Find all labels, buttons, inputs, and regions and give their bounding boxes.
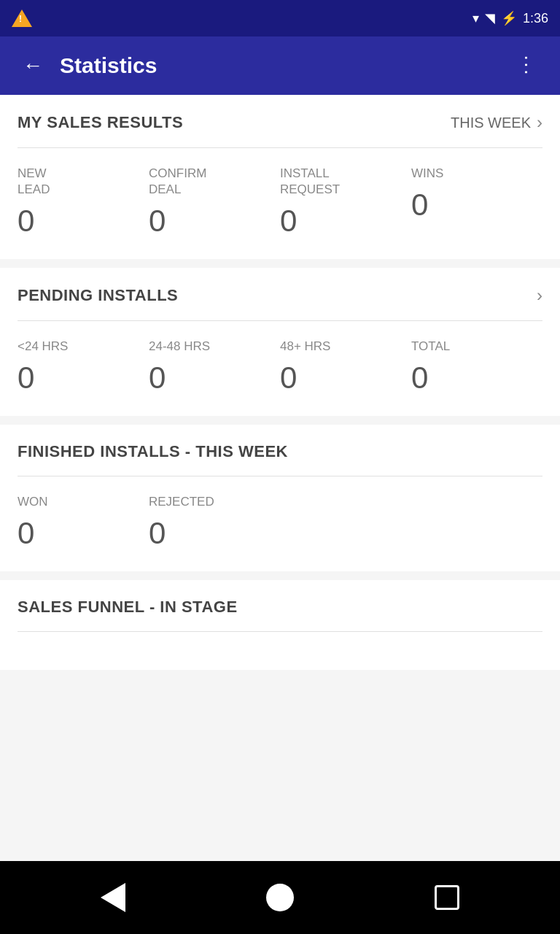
status-bar-left [12,9,32,27]
finished-installs-header: FINISHED INSTALLS - THIS WEEK [18,442,542,461]
divider [18,147,542,148]
chevron-right-icon: › [537,112,542,133]
pending-installs-header: PENDING INSTALLS › [18,285,542,306]
signal-icon: ◥ [485,10,495,26]
sales-results-header: MY SALES RESULTS THIS WEEK › [18,112,542,133]
nav-recent-icon [435,885,459,910]
nav-home-button[interactable] [262,879,298,916]
install-request-value: 0 [280,204,411,239]
nav-home-icon [266,884,294,911]
divider [18,320,542,321]
chevron-right-icon: › [537,285,542,306]
status-bar-right: ▾ ◥ ⚡ 1:36 [472,10,548,26]
sales-stats-grid: NEWLEAD 0 CONFIRMDEAL 0 INSTALLREQUEST 0… [18,166,542,239]
confirm-deal-value: 0 [149,204,280,239]
back-arrow-icon: ← [23,54,43,77]
24-48-value: 0 [149,360,280,395]
finished-stats-grid: WON 0 REJECTED 0 [18,494,542,551]
stat-lt24: <24 HRS 0 [18,339,149,395]
back-button[interactable]: ← [15,47,51,84]
stat-rejected: REJECTED 0 [149,494,280,551]
page-title: Statistics [60,53,509,78]
this-week-button[interactable]: THIS WEEK › [451,112,542,133]
stat-total: TOTAL 0 [411,339,542,395]
lt24-label: <24 HRS [18,339,149,355]
new-lead-label: NEWLEAD [18,166,149,198]
won-value: 0 [18,516,149,551]
pending-installs-button[interactable]: › [537,285,542,306]
wifi-icon: ▾ [472,10,479,26]
total-label: TOTAL [411,339,542,355]
more-options-button[interactable]: ··· [509,47,545,84]
install-request-label: INSTALLREQUEST [280,166,411,198]
new-lead-value: 0 [18,204,149,239]
app-bar: ← Statistics ··· [0,36,560,95]
sales-results-section: MY SALES RESULTS THIS WEEK › NEWLEAD 0 C… [0,95,560,259]
wins-label: WINS [411,166,542,182]
stat-won: WON 0 [18,494,149,551]
24-48-label: 24-48 HRS [149,339,280,355]
divider [18,476,542,476]
warning-icon [12,9,32,27]
sales-funnel-title: SALES FUNNEL - IN STAGE [18,598,238,617]
bottom-navigation [0,861,560,934]
more-dots-icon: ··· [516,55,539,76]
pending-stats-grid: <24 HRS 0 24-48 HRS 0 48+ HRS 0 TOTAL 0 [18,339,542,395]
finished-installs-title: FINISHED INSTALLS - THIS WEEK [18,442,288,461]
total-value: 0 [411,360,542,395]
status-bar: ▾ ◥ ⚡ 1:36 [0,0,560,36]
stat-wins: WINS 0 [411,166,542,239]
stat-new-lead: NEWLEAD 0 [18,166,149,239]
stat-24-48: 24-48 HRS 0 [149,339,280,395]
lt24-value: 0 [18,360,149,395]
clock: 1:36 [523,11,548,26]
rejected-value: 0 [149,516,280,551]
this-week-label: THIS WEEK [451,115,531,131]
stat-48plus: 48+ HRS 0 [280,339,411,395]
48plus-label: 48+ HRS [280,339,411,355]
sales-funnel-header: SALES FUNNEL - IN STAGE [18,598,542,617]
wins-value: 0 [411,188,542,223]
nav-recent-button[interactable] [429,879,465,916]
stat-placeholder-2 [411,494,542,551]
stat-install-request: INSTALLREQUEST 0 [280,166,411,239]
sales-funnel-section: SALES FUNNEL - IN STAGE [0,580,560,670]
stat-confirm-deal: CONFIRMDEAL 0 [149,166,280,239]
battery-icon: ⚡ [501,10,517,26]
stat-placeholder-1 [280,494,411,551]
pending-installs-title: PENDING INSTALLS [18,286,178,305]
pending-installs-section: PENDING INSTALLS › <24 HRS 0 24-48 HRS 0… [0,268,560,416]
nav-back-button[interactable] [95,879,131,916]
finished-installs-section: FINISHED INSTALLS - THIS WEEK WON 0 REJE… [0,425,560,571]
48plus-value: 0 [280,360,411,395]
divider [18,631,542,632]
nav-back-icon [101,883,125,912]
sales-results-title: MY SALES RESULTS [18,113,183,132]
won-label: WON [18,494,149,510]
confirm-deal-label: CONFIRMDEAL [149,166,280,198]
rejected-label: REJECTED [149,494,280,510]
content-area: MY SALES RESULTS THIS WEEK › NEWLEAD 0 C… [0,95,560,861]
